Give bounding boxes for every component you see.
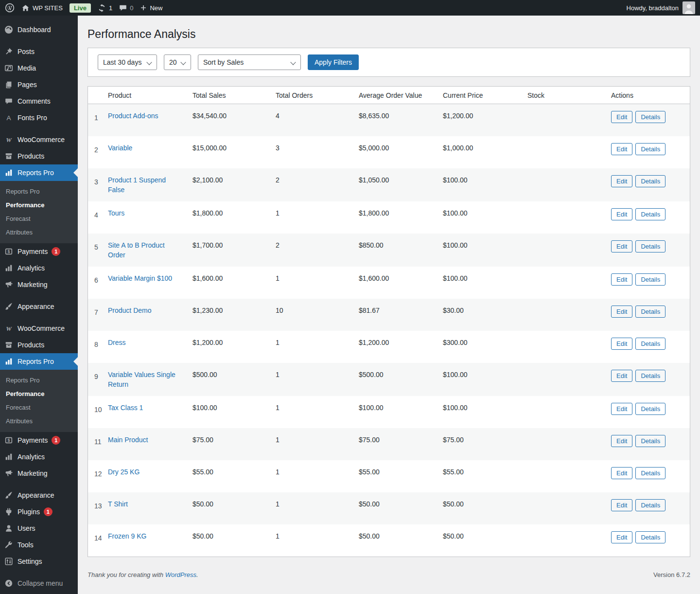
product-link[interactable]: T Shirt [108, 500, 128, 508]
submenu-item-forecast[interactable]: Forecast [0, 212, 78, 226]
details-button[interactable]: Details [635, 531, 665, 543]
submenu-item-reports-pro[interactable]: Reports Pro [0, 374, 78, 387]
edit-button[interactable]: Edit [611, 531, 632, 543]
edit-button[interactable]: Edit [611, 499, 632, 511]
details-button[interactable]: Details [635, 338, 665, 350]
details-button[interactable]: Details [635, 273, 665, 286]
sidebar-item-reports-pro[interactable]: Reports Pro [0, 164, 78, 181]
sidebar-item-tools[interactable]: Tools [0, 537, 78, 553]
edit-button[interactable]: Edit [611, 370, 632, 382]
edit-button[interactable]: Edit [611, 338, 632, 350]
column-header-total-orders: Total Orders [269, 87, 352, 104]
sidebar-item-payments[interactable]: $Payments1 [0, 432, 78, 449]
submenu-item-forecast[interactable]: Forecast [0, 401, 78, 414]
sidebar-item-analytics[interactable]: Analytics [0, 449, 78, 465]
submenu-item-performance[interactable]: Performance [0, 387, 78, 401]
sidebar-item-pages[interactable]: Pages [0, 76, 78, 93]
product-link[interactable]: Dress [108, 339, 126, 346]
admin-bar-item-wordpress-logo[interactable] [5, 3, 15, 13]
column-header-average-order-value: Average Order Value [352, 87, 437, 104]
details-button[interactable]: Details [635, 306, 665, 318]
media-icon [4, 63, 14, 73]
edit-button[interactable]: Edit [611, 111, 632, 123]
product-link[interactable]: Dry 25 KG [108, 468, 140, 476]
product-cell: Site A to B Product Order [102, 234, 186, 267]
edit-button[interactable]: Edit [611, 143, 632, 155]
sidebar-item-posts[interactable]: Posts [0, 43, 78, 60]
performance-table-card: ProductTotal SalesTotal OrdersAverage Or… [88, 86, 690, 557]
product-link[interactable]: Site A to B Product Order [108, 241, 165, 259]
details-button[interactable]: Details [635, 499, 665, 511]
submenu-item-attributes[interactable]: Attributes [0, 414, 78, 428]
admin-bar-item-new[interactable]: New [140, 4, 162, 12]
product-link[interactable]: Tax Class 1 [108, 404, 143, 412]
details-button[interactable]: Details [635, 370, 665, 382]
total-sales-cell: $50.00 [186, 492, 269, 524]
sidebar-item-fonts-pro[interactable]: AFonts Pro [0, 109, 78, 126]
edit-button[interactable]: Edit [611, 208, 632, 220]
details-button[interactable]: Details [635, 403, 665, 415]
period-select[interactable]: Last 30 days [98, 54, 157, 70]
sidebar-item-products[interactable]: Products [0, 337, 78, 353]
sidebar-item-label: WooCommerce [18, 324, 65, 332]
details-button[interactable]: Details [635, 467, 665, 479]
sidebar-item-plugins[interactable]: Plugins1 [0, 504, 78, 520]
admin-bar-item-wp-sites[interactable]: WP SITES [21, 4, 63, 12]
sidebar-item-marketing[interactable]: Marketing [0, 276, 78, 293]
sidebar-item-products[interactable]: Products [0, 148, 78, 164]
stock-cell [521, 428, 605, 460]
product-link[interactable]: Variable Values Single Return [108, 371, 175, 388]
sidebar-item-settings[interactable]: Settings [0, 553, 78, 570]
edit-button[interactable]: Edit [611, 306, 632, 318]
product-link[interactable]: Product 1 Suspend False [108, 176, 166, 194]
sidebar-item-appearance[interactable]: Appearance [0, 487, 78, 504]
wordpress-link[interactable]: WordPress [165, 571, 196, 578]
apply-filters-button[interactable]: Apply Filters [308, 54, 359, 70]
sidebar-item-comments[interactable]: Comments [0, 93, 78, 109]
product-link[interactable]: Frozen 9 KG [108, 532, 146, 540]
product-link[interactable]: Variable [108, 144, 132, 152]
details-button[interactable]: Details [635, 111, 665, 123]
details-button[interactable]: Details [635, 208, 665, 220]
product-link[interactable]: Variable Margin $100 [108, 274, 172, 282]
submenu-item-reports-pro[interactable]: Reports Pro [0, 185, 78, 198]
edit-button[interactable]: Edit [611, 240, 632, 252]
submenu-item-performance[interactable]: Performance [0, 198, 78, 212]
per-page-select[interactable]: 20 [164, 54, 191, 70]
edit-button[interactable]: Edit [611, 467, 632, 479]
product-link[interactable]: Tours [108, 209, 124, 217]
admin-bar-item-comment-icon[interactable]: 0 [119, 4, 133, 12]
admin-bar-item-update-icon[interactable]: 1 [98, 4, 112, 12]
total-orders-cell: 1 [269, 363, 352, 396]
submenu-item-attributes[interactable]: Attributes [0, 226, 78, 239]
sidebar-item-reports-pro[interactable]: Reports Pro [0, 353, 78, 370]
sidebar-item-woocommerce[interactable]: WWooCommerce [0, 131, 78, 148]
product-link[interactable]: Product Demo [108, 306, 151, 314]
pushpin-icon [4, 47, 14, 56]
edit-button[interactable]: Edit [611, 175, 632, 187]
sidebar-item-collapse-menu[interactable]: Collapse menu [0, 575, 78, 592]
sidebar-item-woocommerce[interactable]: WWooCommerce [0, 320, 78, 337]
sidebar-item-users[interactable]: Users [0, 520, 78, 537]
sidebar-item-marketing[interactable]: Marketing [0, 465, 78, 482]
edit-button[interactable]: Edit [611, 435, 632, 447]
footer-thanks: Thank you for creating with WordPress. [88, 571, 198, 578]
sidebar-item-payments[interactable]: $Payments1 [0, 243, 78, 260]
details-button[interactable]: Details [635, 435, 665, 447]
letter-a-icon: A [4, 113, 14, 123]
product-link[interactable]: Product Add-ons [108, 112, 158, 120]
product-link[interactable]: Main Product [108, 436, 148, 444]
sort-select[interactable]: Sort by Sales [198, 54, 301, 70]
sidebar-item-media[interactable]: Media [0, 60, 78, 76]
sidebar-item-analytics[interactable]: Analytics [0, 260, 78, 276]
details-button[interactable]: Details [635, 175, 665, 187]
payments-icon: $ [4, 435, 14, 445]
account-menu[interactable]: Howdy, braddalton [627, 1, 695, 14]
sidebar-item-dashboard[interactable]: Dashboard [0, 21, 78, 38]
edit-button[interactable]: Edit [611, 273, 632, 286]
edit-button[interactable]: Edit [611, 403, 632, 415]
sidebar-item-appearance[interactable]: Appearance [0, 298, 78, 315]
details-button[interactable]: Details [635, 143, 665, 155]
product-cell: Main Product [102, 428, 186, 460]
details-button[interactable]: Details [635, 240, 665, 252]
